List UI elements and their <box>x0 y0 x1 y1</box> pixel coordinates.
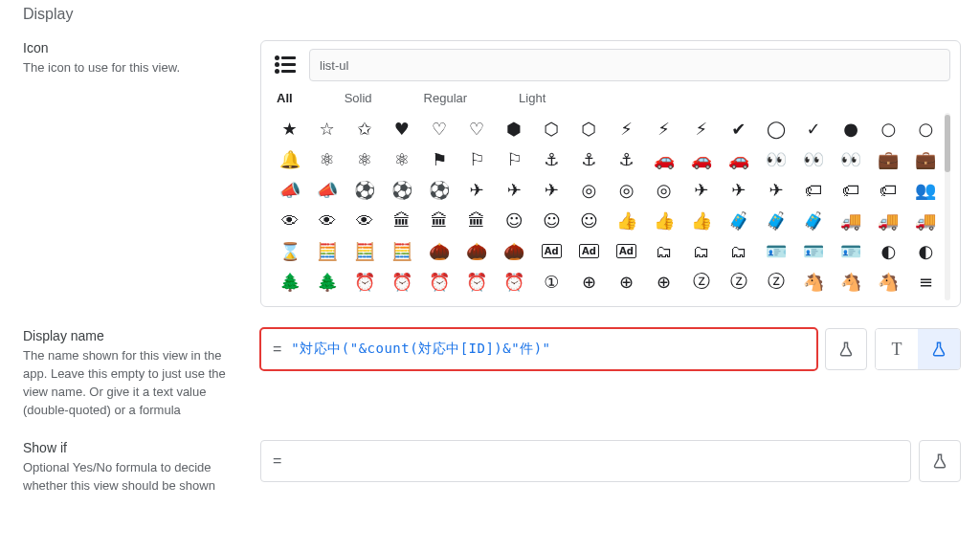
icon-option[interactable]: ✈ <box>757 174 794 205</box>
icon-option[interactable]: ◐ <box>870 235 907 266</box>
icon-option[interactable]: ☺ <box>533 205 570 235</box>
icon-option[interactable]: Ad <box>570 235 608 266</box>
icon-option[interactable]: ⚽ <box>345 174 383 205</box>
icon-option[interactable]: 🐴 <box>833 266 870 297</box>
icon-option[interactable]: ♡ <box>420 113 457 143</box>
icon-option[interactable]: ⓩ <box>682 266 720 297</box>
icon-option[interactable]: ✈ <box>496 174 533 205</box>
icon-option[interactable]: 🪪 <box>795 235 833 266</box>
icon-option[interactable]: ⊕ <box>570 266 608 297</box>
icon-option[interactable]: ✓ <box>795 113 833 143</box>
icon-option[interactable]: 📣 <box>308 174 345 205</box>
formula-mode-button[interactable] <box>918 329 960 369</box>
icon-option[interactable]: 🔔 <box>271 143 308 174</box>
icon-option[interactable]: ⚛ <box>345 143 383 174</box>
icon-option[interactable]: 🪪 <box>833 235 870 266</box>
icon-option[interactable]: 👍 <box>682 205 720 235</box>
icon-option[interactable]: ⚑ <box>420 143 457 174</box>
icon-option[interactable]: 💼 <box>907 143 945 174</box>
icon-option[interactable]: ⚽ <box>383 174 420 205</box>
icon-option[interactable]: ⬡ <box>570 113 608 143</box>
icon-option[interactable]: ✩ <box>345 113 383 143</box>
icon-option[interactable]: ⚓ <box>608 143 645 174</box>
icon-option[interactable]: 👀 <box>795 143 833 174</box>
icon-option[interactable]: ★ <box>271 113 308 143</box>
icon-option[interactable]: 🏛 <box>383 205 420 235</box>
icon-option[interactable]: ⏰ <box>420 266 457 297</box>
icon-option[interactable]: ◐ <box>907 235 945 266</box>
icon-option[interactable]: 🚚 <box>907 205 945 235</box>
icon-option[interactable]: 🗂 <box>645 235 682 266</box>
icon-option[interactable]: ⚡ <box>608 113 645 143</box>
icon-option[interactable]: 🧳 <box>720 205 757 235</box>
icon-option[interactable]: ⏰ <box>496 266 533 297</box>
icon-option[interactable]: 🧳 <box>757 205 794 235</box>
icon-option[interactable]: ⏰ <box>458 266 496 297</box>
icon-option[interactable]: 🚚 <box>833 205 870 235</box>
icon-option[interactable]: ⚽ <box>420 174 457 205</box>
icon-option[interactable]: ◯ <box>757 113 794 143</box>
icon-option[interactable]: ● <box>833 113 870 143</box>
icon-option[interactable]: ≡ <box>907 266 945 297</box>
icon-option[interactable]: ⏰ <box>345 266 383 297</box>
tab-all[interactable]: All <box>277 91 293 105</box>
icon-option[interactable]: Ad <box>533 235 570 266</box>
icon-option[interactable]: ✈ <box>533 174 570 205</box>
icon-option[interactable]: ⚛ <box>383 143 420 174</box>
tab-light[interactable]: Light <box>519 91 546 105</box>
icon-option[interactable]: 👁 <box>271 205 308 235</box>
icon-option[interactable]: ◎ <box>645 174 682 205</box>
icon-option[interactable]: 🌰 <box>420 235 457 266</box>
icon-option[interactable]: 🏛 <box>420 205 457 235</box>
icon-option[interactable]: 👥 <box>907 174 945 205</box>
icon-option[interactable]: ○ <box>870 113 907 143</box>
icon-option[interactable]: 🏷 <box>833 174 870 205</box>
icon-option[interactable]: 🏷 <box>795 174 833 205</box>
icon-option[interactable]: 🐴 <box>870 266 907 297</box>
text-mode-button[interactable]: T <box>876 329 918 369</box>
icon-option[interactable]: 🗂 <box>720 235 757 266</box>
icon-option[interactable]: 🌲 <box>271 266 308 297</box>
icon-option[interactable]: ⬢ <box>496 113 533 143</box>
icon-option[interactable]: 👀 <box>833 143 870 174</box>
formula-assistant-button[interactable] <box>919 440 961 482</box>
icon-option[interactable]: 🌲 <box>308 266 345 297</box>
icon-search-input[interactable] <box>309 49 950 81</box>
icon-option[interactable]: 📣 <box>271 174 308 205</box>
icon-option[interactable]: 🏷 <box>870 174 907 205</box>
icon-option[interactable]: 🚗 <box>720 143 757 174</box>
icon-option[interactable]: 🧮 <box>308 235 345 266</box>
icon-option[interactable]: ○ <box>907 113 945 143</box>
icon-option[interactable]: 🌰 <box>496 235 533 266</box>
icon-option[interactable]: ♡ <box>458 113 496 143</box>
icon-option[interactable]: ⚓ <box>533 143 570 174</box>
icon-option[interactable]: 👍 <box>608 205 645 235</box>
icon-option[interactable]: ♥ <box>383 113 420 143</box>
icon-option[interactable]: ◎ <box>570 174 608 205</box>
icon-option[interactable]: ✈ <box>682 174 720 205</box>
icon-option[interactable]: 🧳 <box>795 205 833 235</box>
icon-option[interactable]: 🗂 <box>682 235 720 266</box>
icon-option[interactable]: ⏰ <box>383 266 420 297</box>
tab-solid[interactable]: Solid <box>345 91 372 105</box>
icon-option[interactable]: ⓩ <box>720 266 757 297</box>
icon-option[interactable]: 💼 <box>870 143 907 174</box>
icon-option[interactable]: 🚗 <box>682 143 720 174</box>
icon-option[interactable]: ⌛ <box>271 235 308 266</box>
tab-regular[interactable]: Regular <box>424 91 468 105</box>
icon-option[interactable]: 👀 <box>757 143 794 174</box>
icon-option[interactable]: ☺ <box>496 205 533 235</box>
icon-option[interactable]: ☆ <box>308 113 345 143</box>
icon-option[interactable]: ⚐ <box>496 143 533 174</box>
icon-option[interactable]: 👍 <box>645 205 682 235</box>
icon-option[interactable]: ⬡ <box>533 113 570 143</box>
icon-option[interactable]: 👁 <box>345 205 383 235</box>
icon-option[interactable]: ✈ <box>458 174 496 205</box>
icon-option[interactable]: ⊕ <box>645 266 682 297</box>
icon-option[interactable]: 🏛 <box>458 205 496 235</box>
icon-option[interactable]: ☺ <box>570 205 608 235</box>
icon-grid-scrollbar[interactable] <box>945 113 950 300</box>
icon-option[interactable]: ① <box>533 266 570 297</box>
icon-option[interactable]: ⚡ <box>682 113 720 143</box>
display-name-formula-input[interactable]: = "対応中("&count(対応中[ID])&"件)" <box>260 328 817 370</box>
